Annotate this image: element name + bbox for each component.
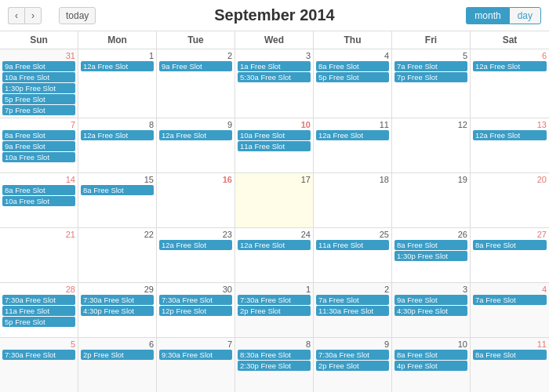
day-cell[interactable]: 29a Free Slot [157, 49, 235, 118]
event[interactable]: 7p Free Slot [2, 105, 75, 115]
day-cell[interactable]: 20 [471, 173, 549, 227]
event[interactable]: 7:30a Free Slot [159, 295, 232, 305]
day-cell[interactable]: 268a Free Slot1:30p Free Slot [392, 228, 471, 282]
day-cell[interactable]: 2312a Free Slot [157, 228, 235, 282]
event[interactable]: 12a Free Slot [81, 61, 154, 71]
event[interactable]: 5p Free Slot [316, 72, 389, 82]
day-cell[interactable]: 112a Free Slot [78, 49, 157, 118]
event[interactable]: 12a Free Slot [316, 130, 389, 140]
event[interactable]: 10a Free Slot [2, 152, 75, 162]
day-cell[interactable]: 158a Free Slot [78, 173, 157, 227]
day-cell[interactable]: 39a Free Slot4:30p Free Slot [392, 283, 471, 337]
day-cell[interactable]: 148a Free Slot10a Free Slot [0, 173, 78, 227]
day-cell[interactable]: 12 [392, 118, 471, 172]
day-cell[interactable]: 612a Free Slot [471, 49, 549, 118]
event[interactable]: 2p Free Slot [238, 306, 311, 316]
event[interactable]: 2p Free Slot [316, 361, 389, 371]
today-button[interactable]: today [59, 7, 96, 24]
event[interactable]: 8a Free Slot [394, 240, 467, 250]
day-cell[interactable]: 16 [157, 173, 235, 227]
event[interactable]: 7:30a Free Slot [81, 295, 154, 305]
day-cell[interactable]: 118a Free Slot [471, 338, 549, 392]
day-cell[interactable]: 27a Free Slot11:30a Free Slot [314, 283, 392, 337]
day-cell[interactable]: 307:30a Free Slot12p Free Slot [157, 283, 235, 337]
event[interactable]: 12a Free Slot [159, 130, 232, 140]
event[interactable]: 1a Free Slot [238, 61, 311, 71]
event[interactable]: 9a Free Slot [159, 61, 232, 71]
day-cell[interactable]: 78a Free Slot9a Free Slot10a Free Slot [0, 118, 78, 172]
day-cell[interactable]: 297:30a Free Slot4:30p Free Slot [78, 283, 157, 337]
event[interactable]: 12p Free Slot [159, 306, 232, 316]
event[interactable]: 8a Free Slot [316, 61, 389, 71]
event[interactable]: 12a Free Slot [473, 61, 547, 71]
day-cell[interactable]: 48a Free Slot5p Free Slot [314, 49, 392, 118]
event[interactable]: 12a Free Slot [238, 240, 311, 250]
event[interactable]: 7:30a Free Slot [2, 295, 75, 305]
event[interactable]: 7a Free Slot [473, 295, 547, 305]
day-cell[interactable]: 57a Free Slot7p Free Slot [392, 49, 471, 118]
event[interactable]: 8a Free Slot [473, 350, 547, 360]
event[interactable]: 12a Free Slot [473, 130, 547, 140]
event[interactable]: 8a Free Slot [2, 185, 75, 195]
day-cell[interactable]: 88:30a Free Slot2:30p Free Slot [235, 338, 314, 392]
day-cell[interactable]: 319a Free Slot10a Free Slot1:30p Free Sl… [0, 49, 78, 118]
day-cell[interactable]: 1312a Free Slot [471, 118, 549, 172]
day-cell[interactable]: 912a Free Slot [157, 118, 235, 172]
day-view-button[interactable]: day [509, 7, 541, 24]
event[interactable]: 4:30p Free Slot [81, 306, 154, 316]
day-cell[interactable]: 18 [314, 173, 392, 227]
event[interactable]: 8a Free Slot [81, 185, 154, 195]
event[interactable]: 5p Free Slot [2, 94, 75, 104]
day-cell[interactable]: 19 [392, 173, 471, 227]
event[interactable]: 10a Free Slot [2, 196, 75, 206]
prev-button[interactable]: ‹ [8, 7, 24, 24]
event[interactable]: 12a Free Slot [159, 240, 232, 250]
event[interactable]: 10a Free Slot [2, 72, 75, 82]
event[interactable]: 7:30a Free Slot [238, 295, 311, 305]
event[interactable]: 8:30a Free Slot [238, 350, 311, 360]
day-cell[interactable]: 97:30a Free Slot2p Free Slot [314, 338, 392, 392]
event[interactable]: 11a Free Slot [238, 141, 311, 151]
event[interactable]: 7:30a Free Slot [316, 350, 389, 360]
day-cell[interactable]: 57:30a Free Slot [0, 338, 78, 392]
day-cell[interactable]: 108a Free Slot4p Free Slot [392, 338, 471, 392]
event[interactable]: 9:30a Free Slot [159, 350, 232, 360]
day-cell[interactable]: 1112a Free Slot [314, 118, 392, 172]
day-cell[interactable]: 2511a Free Slot [314, 228, 392, 282]
event[interactable]: 9a Free Slot [2, 61, 75, 71]
event[interactable]: 4:30p Free Slot [394, 306, 467, 316]
event[interactable]: 10a Free Slot [238, 130, 311, 140]
event[interactable]: 4p Free Slot [394, 361, 467, 371]
event[interactable]: 7a Free Slot [316, 295, 389, 305]
event[interactable]: 2:30p Free Slot [238, 361, 311, 371]
day-cell[interactable]: 79:30a Free Slot [157, 338, 235, 392]
next-button[interactable]: › [24, 7, 42, 24]
event[interactable]: 7:30a Free Slot [2, 350, 75, 360]
day-cell[interactable]: 47a Free Slot [471, 283, 549, 337]
day-cell[interactable]: 1010a Free Slot11a Free Slot [235, 118, 314, 172]
event[interactable]: 5:30a Free Slot [238, 72, 311, 82]
day-cell[interactable]: 17 [235, 173, 314, 227]
month-view-button[interactable]: month [466, 7, 508, 24]
event[interactable]: 11a Free Slot [316, 240, 389, 250]
event[interactable]: 8a Free Slot [394, 350, 467, 360]
day-cell[interactable]: 2412a Free Slot [235, 228, 314, 282]
event[interactable]: 8a Free Slot [2, 130, 75, 140]
event[interactable]: 2p Free Slot [81, 350, 154, 360]
day-cell[interactable]: 287:30a Free Slot11a Free Slot5p Free Sl… [0, 283, 78, 337]
event[interactable]: 11:30a Free Slot [316, 306, 389, 316]
event[interactable]: 9a Free Slot [394, 295, 467, 305]
event[interactable]: 12a Free Slot [81, 130, 154, 140]
event[interactable]: 7p Free Slot [394, 72, 467, 82]
day-cell[interactable]: 31a Free Slot5:30a Free Slot [235, 49, 314, 118]
event[interactable]: 9a Free Slot [2, 141, 75, 151]
event[interactable]: 5p Free Slot [2, 317, 75, 327]
event[interactable]: 1:30p Free Slot [394, 251, 467, 261]
day-cell[interactable]: 17:30a Free Slot2p Free Slot [235, 283, 314, 337]
day-cell[interactable]: 22 [78, 228, 157, 282]
event[interactable]: 7a Free Slot [394, 61, 467, 71]
event[interactable]: 11a Free Slot [2, 306, 75, 316]
day-cell[interactable]: 812a Free Slot [78, 118, 157, 172]
event[interactable]: 1:30p Free Slot [2, 83, 75, 93]
day-cell[interactable]: 62p Free Slot [78, 338, 157, 392]
